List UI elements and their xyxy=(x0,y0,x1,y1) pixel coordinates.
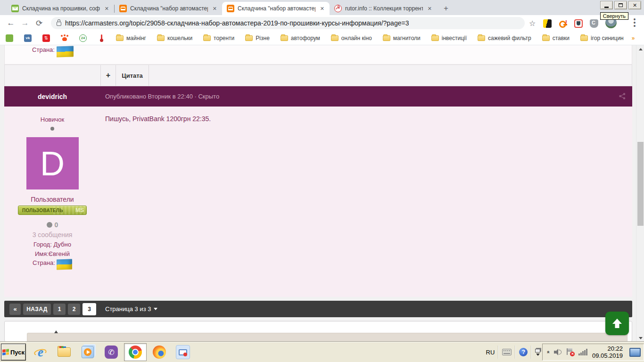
ukraine-flag-icon xyxy=(57,259,72,270)
page-indicator-label: Страница 3 из 3 xyxy=(105,305,151,313)
reputation-row: 0 xyxy=(4,221,100,229)
post-author-link[interactable]: devidrich xyxy=(4,93,100,100)
tab-close-icon[interactable]: ✕ xyxy=(103,6,110,12)
bookmark-folder-cinema[interactable]: онлайн кіно xyxy=(331,35,372,41)
minimize-icon xyxy=(604,7,609,8)
tab-close-icon[interactable]: ✕ xyxy=(426,6,433,12)
user-country-row: Страна: xyxy=(4,259,100,270)
car-favicon-icon xyxy=(119,5,127,12)
scroll-up-arrow-icon[interactable] xyxy=(636,45,644,53)
bookmark-star-icon[interactable]: ☆ xyxy=(529,19,536,28)
language-indicator[interactable]: RU xyxy=(486,349,495,356)
close-button[interactable]: ✕ xyxy=(628,1,641,9)
keyboard-icon[interactable] xyxy=(502,349,512,355)
url-text[interactable]: https://carmasters.org/topic/29058-склад… xyxy=(65,19,409,27)
back-icon[interactable]: ← xyxy=(4,18,18,28)
page-jump-control[interactable]: Страница 3 из 3 xyxy=(105,305,157,313)
network-signal-icon[interactable] xyxy=(578,349,587,355)
help-icon[interactable]: ? xyxy=(519,348,528,356)
bookmark-mail[interactable] xyxy=(6,34,13,42)
tab-close-icon[interactable]: ✕ xyxy=(211,6,218,12)
media-player-icon[interactable] xyxy=(81,345,95,359)
tab-close-icon[interactable]: ✕ xyxy=(319,6,326,12)
bookmark-folder-magnitoly[interactable]: магнитоли xyxy=(383,35,421,41)
letyshops-extension-icon[interactable] xyxy=(543,19,552,28)
hidden-icons-chevron[interactable]: » xyxy=(545,351,551,354)
internet-explorer-icon[interactable]: e xyxy=(33,345,48,359)
bookmark-folder-filter[interactable]: сажевий фильтр xyxy=(478,35,531,41)
badge-label: ПОЛЬЗОВАТЕЛЬ xyxy=(22,208,63,213)
bookmark-label: автофорум xyxy=(291,35,320,41)
scroll-down-arrow-icon[interactable] xyxy=(636,334,644,342)
firefox-icon[interactable] xyxy=(152,345,166,359)
quote-button[interactable]: Цитата xyxy=(116,65,149,86)
show-desktop-icon[interactable] xyxy=(629,348,641,357)
share-icon[interactable] xyxy=(619,93,626,99)
bookmark-privat24[interactable]: 24 xyxy=(79,34,87,42)
bookmark-folder-investments[interactable]: інвестиції xyxy=(431,35,467,41)
tray-separator xyxy=(498,346,499,359)
bookmark-thermometer[interactable] xyxy=(98,34,105,42)
bookmark-folder-wallets[interactable]: кошельки xyxy=(157,35,192,41)
user-avatar[interactable]: D xyxy=(26,137,79,189)
bookmark-folder-rizne[interactable]: Різне xyxy=(245,35,269,41)
ghostery-extension-icon[interactable] xyxy=(590,19,598,28)
start-button[interactable]: Пуск xyxy=(1,344,26,361)
bookmarks-overflow-chevron[interactable]: » xyxy=(632,35,635,41)
page-jump-caret-icon xyxy=(154,308,157,310)
bookmark-exua[interactable]: ⇅ xyxy=(42,34,50,42)
reply-editor-box[interactable] xyxy=(4,321,632,342)
page-scrollbar[interactable] xyxy=(636,45,644,342)
bookmark-label: інвестиції xyxy=(442,35,467,41)
page-2-button[interactable]: 2 xyxy=(68,304,80,315)
bookmark-vk[interactable]: vk xyxy=(24,34,32,42)
screen-recorder-icon[interactable] xyxy=(176,345,190,359)
reload-icon[interactable]: ⟳ xyxy=(32,18,46,28)
volume-icon[interactable] xyxy=(554,348,561,356)
paw-icon xyxy=(61,34,68,42)
bookmark-folder-stavki[interactable]: ставки xyxy=(542,35,570,41)
forward-icon[interactable]: → xyxy=(18,18,32,28)
extension-icons xyxy=(543,18,617,28)
back-to-top-button[interactable] xyxy=(605,312,629,335)
bookmark-folder-mining[interactable]: майнінг xyxy=(116,35,146,41)
tab-title: Складчина "набор автомастера 20 xyxy=(238,5,315,12)
security-alert-flag-icon[interactable]: ✕ xyxy=(566,348,574,356)
tab-forum-topic-2[interactable]: Складчина "набор автомастера 20 ✕ xyxy=(115,2,222,15)
multiquote-button[interactable]: + xyxy=(101,65,116,86)
tab-forum-topic-1[interactable]: Складчина на прошивки, софты, к ✕ xyxy=(7,2,114,15)
thermometer-icon xyxy=(98,34,105,42)
minimize-button[interactable] xyxy=(600,1,613,9)
chrome-taskbar-active[interactable] xyxy=(124,343,147,361)
user-group-link[interactable]: Пользователи xyxy=(4,196,100,203)
scrollbar-thumb[interactable] xyxy=(637,142,644,226)
page-1-button[interactable]: 1 xyxy=(53,304,66,315)
password-key-extension-icon[interactable] xyxy=(559,19,567,28)
page-3-button-current[interactable]: 3 xyxy=(83,303,96,315)
user-name: Имя:Євгеній xyxy=(4,250,100,257)
clock-time: 20:22 xyxy=(592,345,623,352)
file-explorer-icon[interactable] xyxy=(57,345,71,359)
chrome-menu-icon[interactable]: ••• xyxy=(632,18,637,28)
bookmark-folder-autoforum[interactable]: автофорум xyxy=(281,35,320,41)
tab-rutor[interactable]: rutor.info :: Коллекция торрент со ✕ xyxy=(330,2,437,15)
rank-dot-icon xyxy=(50,127,54,131)
address-bar[interactable]: https://carmasters.org/topic/29058-склад… xyxy=(51,17,525,29)
tray-clock[interactable]: 20:22 09.05.2019 xyxy=(592,345,623,359)
folder-icon xyxy=(580,35,588,41)
bookmark-folder-torrents[interactable]: торенти xyxy=(203,35,234,41)
shield-extension-icon[interactable] xyxy=(574,19,583,28)
prev-page-button[interactable]: НАЗАД xyxy=(23,304,51,315)
tab-forum-topic-active[interactable]: Складчина "набор автомастера 20 ✕ xyxy=(222,2,330,15)
first-page-button[interactable]: « xyxy=(9,304,21,315)
folder-icon xyxy=(281,35,288,41)
restore-button[interactable] xyxy=(614,1,627,9)
bookmark-folder-sinitsyn[interactable]: ігор синицин xyxy=(580,35,624,41)
bookmark-paw[interactable] xyxy=(61,34,68,42)
reply-editor-area[interactable] xyxy=(27,333,627,342)
taskband-windows-icon[interactable] xyxy=(535,349,540,356)
viber-icon[interactable]: ✆ xyxy=(104,345,118,359)
user-city: Город: Дубно xyxy=(4,241,100,248)
windows-taskbar: Пуск e ✆ RU ? » ✕ 20:22 xyxy=(0,342,644,362)
new-tab-button[interactable]: + xyxy=(440,2,452,15)
